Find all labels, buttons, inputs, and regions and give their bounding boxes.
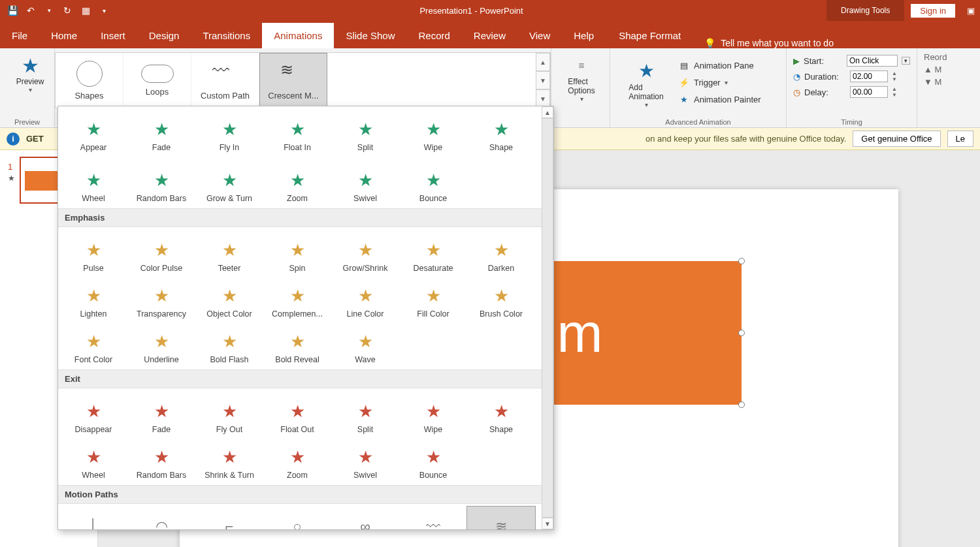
effect-swivel[interactable]: ★Swivel — [331, 160, 399, 206]
get-genuine-button[interactable]: Get genuine Office — [853, 131, 940, 147]
gallery-item-shapes[interactable]: Shapes — [56, 53, 123, 108]
effect-pulse[interactable]: ★Pulse — [59, 230, 127, 275]
effect-options-button[interactable]: ≣ Effect Options — [558, 51, 605, 102]
gallery-scroll-up-icon[interactable]: ▲ — [536, 53, 550, 71]
qat-present-icon[interactable]: ▦ — [80, 5, 91, 16]
effect-underline[interactable]: ★Underline — [127, 321, 195, 367]
duration-down-icon[interactable]: ▼ — [892, 76, 901, 82]
gallery-scroll-down-icon[interactable]: ▼ — [536, 71, 550, 89]
effect-bounce[interactable]: ★Bounce — [399, 437, 467, 482]
delay-down-icon[interactable]: ▼ — [892, 92, 901, 98]
effect-wipe[interactable]: ★Wipe — [399, 109, 467, 155]
tell-me-search[interactable]: 💡 Tell me what you want to do — [694, 38, 844, 48]
trigger-button[interactable]: ⚡Trigger — [676, 74, 764, 90]
qat-save-icon[interactable]: 💾 — [7, 5, 18, 16]
effect-font-color[interactable]: ★Font Color — [59, 321, 127, 367]
effect-transparency[interactable]: ★Transparency — [127, 275, 195, 321]
tab-record[interactable]: Record — [406, 23, 461, 48]
effect-shape[interactable]: ★Shape — [467, 109, 535, 155]
effect-wave[interactable]: ★Wave — [331, 321, 399, 367]
ribbon-display-icon[interactable]: ▣ — [962, 6, 980, 16]
effect-shrink-turn[interactable]: ★Shrink & Turn — [195, 437, 263, 482]
resize-handle-e[interactable] — [738, 330, 745, 336]
effect-line-color[interactable]: ★Line Color — [331, 275, 399, 321]
effect-float-in[interactable]: ★Float In — [263, 109, 331, 155]
gallery-expand-icon[interactable]: ▼ — [536, 89, 550, 108]
effect-bold-flash[interactable]: ★Bold Flash — [195, 321, 263, 367]
resize-handle-ne[interactable] — [738, 258, 745, 264]
qat-customize-icon[interactable]: ▾ — [98, 5, 110, 16]
effect-fade[interactable]: ★Fade — [127, 391, 195, 437]
tab-review[interactable]: Review — [462, 23, 517, 48]
tab-slideshow[interactable]: Slide Show — [334, 23, 406, 48]
effect-random-bars[interactable]: ★Random Bars — [127, 160, 195, 206]
move-later-button[interactable]: ▼ M — [924, 76, 950, 88]
start-input[interactable] — [847, 55, 898, 67]
tab-file[interactable]: File — [0, 23, 39, 48]
effect-spin[interactable]: ★Spin — [263, 230, 331, 275]
delay-up-icon[interactable]: ▲ — [892, 86, 901, 92]
animation-painter-button[interactable]: ★Animation Painter — [676, 91, 764, 107]
qat-undo-icon[interactable]: ↶ — [25, 5, 37, 16]
effect-split[interactable]: ★Split — [331, 109, 399, 155]
effect-grow-shrink[interactable]: ★Grow/Shrink — [331, 230, 399, 275]
effect-color-pulse[interactable]: ★Color Pulse — [127, 230, 195, 275]
effect-arcs[interactable]: ◠Arcs — [127, 507, 195, 530]
effect-turns[interactable]: ⌐Turns — [195, 507, 263, 530]
effect-object-color[interactable]: ★Object Color — [195, 275, 263, 321]
effect-desaturate[interactable]: ★Desaturate — [399, 230, 467, 275]
effect-wheel[interactable]: ★Wheel — [59, 160, 127, 206]
qat-redo-icon[interactable]: ↻ — [61, 5, 73, 16]
gallery-item-custompath[interactable]: 〰Custom Path — [191, 53, 259, 108]
effect-custom-path[interactable]: 〰Custom Path — [399, 507, 467, 530]
effect-lines[interactable]: │Lines — [59, 507, 127, 530]
effect-bold-reveal[interactable]: ★Bold Reveal — [263, 321, 331, 367]
tab-home[interactable]: Home — [39, 23, 89, 48]
dd-scroll-track[interactable] — [542, 118, 553, 518]
effect-crescent-m[interactable]: ≋Crescent M... — [467, 507, 535, 530]
effect-wheel[interactable]: ★Wheel — [59, 437, 127, 482]
effect-darken[interactable]: ★Darken — [467, 230, 535, 275]
tab-view[interactable]: View — [517, 23, 562, 48]
effect-fade[interactable]: ★Fade — [127, 109, 195, 155]
effect-lighten[interactable]: ★Lighten — [59, 275, 127, 321]
effect-shapes[interactable]: ○Shapes — [263, 507, 331, 530]
move-earlier-button[interactable]: ▲ M — [924, 63, 950, 76]
effect-appear[interactable]: ★Appear — [59, 109, 127, 155]
effect-split[interactable]: ★Split — [331, 391, 399, 437]
gallery-item-loops[interactable]: Loops — [123, 53, 191, 108]
effect-complemen[interactable]: ★Complemen... — [263, 275, 331, 321]
animation-pane-button[interactable]: ▤Animation Pane — [676, 57, 764, 73]
effect-fly-in[interactable]: ★Fly In — [195, 109, 263, 155]
tab-transitions[interactable]: Transitions — [191, 23, 262, 48]
duration-input[interactable] — [850, 70, 888, 82]
delay-input[interactable] — [850, 86, 888, 98]
sign-in-button[interactable]: Sign in — [911, 4, 955, 18]
dd-scroll-down-icon[interactable]: ▼ — [542, 518, 553, 529]
effect-zoom[interactable]: ★Zoom — [263, 160, 331, 206]
effect-disappear[interactable]: ★Disappear — [59, 391, 127, 437]
gallery-item-crescent[interactable]: ≋Crescent M... — [259, 53, 327, 108]
preview-button[interactable]: ★ Preview — [7, 51, 54, 93]
tab-insert[interactable]: Insert — [89, 23, 137, 48]
tab-shape-format[interactable]: Shape Format — [606, 23, 694, 48]
tab-design[interactable]: Design — [137, 23, 191, 48]
effect-shape[interactable]: ★Shape — [467, 391, 535, 437]
effect-zoom[interactable]: ★Zoom — [263, 437, 331, 482]
add-animation-button[interactable]: ★ Add Animation — [617, 51, 676, 114]
effect-brush-color[interactable]: ★Brush Color — [467, 275, 535, 321]
effect-float-out[interactable]: ★Float Out — [263, 391, 331, 437]
effect-grow-turn[interactable]: ★Grow & Turn — [195, 160, 263, 206]
learn-more-button[interactable]: Le — [947, 131, 973, 147]
effect-swivel[interactable]: ★Swivel — [331, 437, 399, 482]
effect-fill-color[interactable]: ★Fill Color — [399, 275, 467, 321]
dd-scroll-up-icon[interactable]: ▲ — [542, 106, 553, 118]
tab-help[interactable]: Help — [562, 23, 606, 48]
tab-animations[interactable]: Animations — [262, 23, 334, 48]
effect-random-bars[interactable]: ★Random Bars — [127, 437, 195, 482]
qat-undo-more-icon[interactable]: ▾ — [43, 5, 55, 16]
effect-loops[interactable]: ∞Loops — [331, 507, 399, 530]
effect-wipe[interactable]: ★Wipe — [399, 391, 467, 437]
resize-handle-se[interactable] — [738, 401, 745, 408]
start-dropdown-icon[interactable]: ▾ — [902, 57, 910, 65]
